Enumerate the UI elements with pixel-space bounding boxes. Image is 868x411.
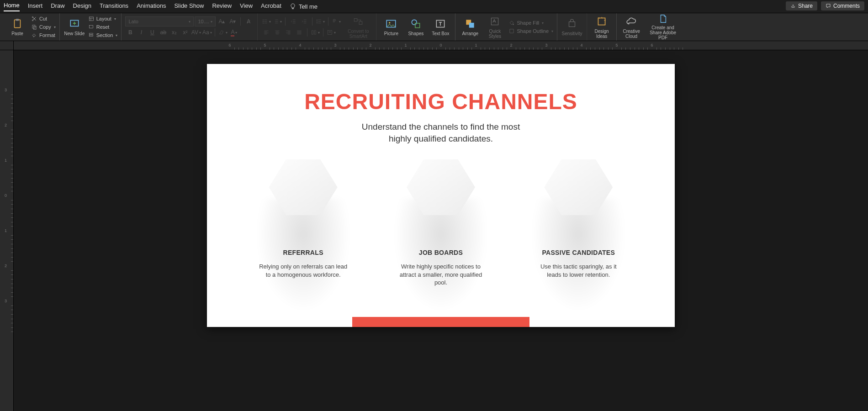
new-slide-button[interactable]: New Slide	[64, 14, 85, 40]
creative-cloud-button[interactable]: Creative Cloud	[620, 14, 642, 40]
svg-rect-14	[312, 31, 314, 34]
share-button[interactable]: Share	[786, 1, 817, 11]
hex-col-1[interactable]: REFERRALS Relying only on referrals can …	[244, 158, 363, 287]
group-paragraph: ▾ ▾ ▾ ▾ ▾ ▾ Conve	[258, 13, 376, 41]
tab-design[interactable]: Design	[73, 2, 91, 11]
design-ideas-button[interactable]: Design Ideas	[591, 14, 613, 40]
sensitivity-button[interactable]: Sensitivity	[561, 14, 583, 40]
hex-row: REFERRALS Relying only on referrals can …	[207, 158, 675, 287]
slide[interactable]: RECRUITING CHANNELS Understand the chann…	[207, 64, 675, 327]
increase-font-button[interactable]: A▴	[217, 16, 227, 26]
tab-home[interactable]: Home	[4, 2, 20, 11]
bold-icon: B	[128, 29, 132, 36]
align-left-button[interactable]	[261, 27, 271, 37]
tab-insert[interactable]: Insert	[28, 2, 43, 11]
new-slide-label: New Slide	[64, 31, 85, 36]
italic-button[interactable]: I	[136, 27, 146, 37]
create-pdf-label: Create and Share Adobe PDF	[645, 25, 681, 40]
tab-acrobat[interactable]: Acrobat	[261, 2, 281, 11]
reset-button[interactable]: Reset	[88, 24, 118, 30]
tell-me-search[interactable]: Tell me	[290, 3, 318, 10]
convert-smartart-button[interactable]: Convert to SmartArt	[344, 14, 372, 40]
shapes-button[interactable]: Shapes	[405, 14, 427, 40]
group-font: Lato▾ 10....▾ A▴ A▾ A̷ B I U ab x₂ x² AV…	[122, 13, 258, 41]
underline-button[interactable]: U	[147, 27, 157, 37]
svg-point-18	[389, 22, 391, 23]
strikethrough-button[interactable]: ab	[158, 27, 168, 37]
shapes-label: Shapes	[408, 31, 423, 36]
create-pdf-button[interactable]: Create and Share Adobe PDF	[645, 14, 681, 40]
strike-icon: ab	[160, 29, 166, 36]
align-text-button[interactable]: ▾	[326, 27, 336, 37]
share-icon	[790, 3, 796, 9]
text-direction-button[interactable]: ▾	[331, 16, 341, 26]
indent-icon	[301, 18, 307, 25]
picture-icon	[385, 18, 397, 30]
cut-button[interactable]: Cut	[31, 16, 56, 22]
svg-rect-8	[89, 26, 93, 28]
format-label: Format	[39, 32, 55, 38]
tab-slideshow[interactable]: Slide Show	[174, 2, 204, 11]
char-spacing-button[interactable]: AV▾	[191, 27, 201, 37]
picture-button[interactable]: Picture	[380, 14, 402, 40]
svg-rect-15	[315, 31, 317, 34]
tab-view[interactable]: View	[240, 2, 253, 11]
indent-decrease-button[interactable]	[288, 16, 298, 26]
svg-rect-7	[89, 17, 93, 21]
bold-button[interactable]: B	[125, 27, 135, 37]
indent-increase-button[interactable]	[299, 16, 309, 26]
arrange-button[interactable]: Arrange	[459, 14, 481, 40]
font-color-button[interactable]: A▾	[229, 27, 239, 37]
tab-draw[interactable]: Draw	[51, 2, 64, 11]
quick-styles-icon	[489, 16, 501, 27]
font-name-select[interactable]: Lato▾	[125, 16, 194, 26]
textbox-button[interactable]: Text Box	[429, 14, 451, 40]
tab-transitions[interactable]: Transitions	[100, 2, 128, 11]
align-right-button[interactable]	[283, 27, 293, 37]
shape-outline-button[interactable]: Shape Outline▾	[508, 28, 553, 34]
layout-button[interactable]: Layout▾	[88, 16, 118, 22]
tab-animations[interactable]: Animations	[137, 2, 166, 11]
section-label: Section	[96, 32, 113, 38]
svg-rect-9	[89, 33, 93, 34]
reset-label: Reset	[96, 24, 110, 30]
section-button[interactable]: Section▾	[88, 32, 118, 38]
superscript-button[interactable]: x²	[180, 27, 190, 37]
slide-subtitle[interactable]: Understand the channels to find the most…	[207, 121, 675, 144]
comments-button[interactable]: Comments	[821, 1, 864, 11]
case-icon: Aa	[202, 29, 209, 36]
svg-point-12	[263, 21, 264, 22]
clear-format-button[interactable]: A̷	[243, 16, 254, 26]
numbering-icon	[273, 18, 279, 25]
decrease-font-button[interactable]: A▾	[228, 16, 238, 26]
slide-canvas[interactable]: RECRUITING CHANNELS Understand the chann…	[14, 50, 868, 411]
group-designer: Design Ideas	[587, 13, 617, 41]
lightbulb-icon	[290, 3, 296, 10]
group-insert: Picture Shapes Text Box	[376, 13, 455, 41]
bullets-button[interactable]: ▾	[261, 16, 271, 26]
col1-heading: REFERRALS	[283, 249, 323, 256]
font-size-select[interactable]: 10....▾	[195, 16, 216, 26]
paste-button[interactable]: Paste	[6, 14, 28, 40]
subscript-button[interactable]: x₂	[169, 27, 179, 37]
increase-font-icon: A▴	[218, 18, 225, 25]
numbering-button[interactable]: ▾	[272, 16, 282, 26]
hex-col-3[interactable]: PASSIVE CANDIDATES Use this tactic spari…	[519, 158, 638, 287]
justify-button[interactable]	[294, 27, 304, 37]
columns-button[interactable]: ▾	[310, 27, 320, 37]
copy-button[interactable]: Copy▾	[31, 24, 56, 30]
format-painter-button[interactable]: Format	[31, 32, 56, 38]
hex-col-2[interactable]: JOB BOARDS Write highly specific notices…	[381, 158, 500, 287]
tab-review[interactable]: Review	[212, 2, 232, 11]
copy-label: Copy	[39, 24, 51, 30]
quick-styles-button[interactable]: Quick Styles	[484, 14, 506, 40]
comments-label: Comments	[833, 3, 860, 9]
line-spacing-button[interactable]: ▾	[315, 16, 325, 26]
eraser-icon: A̷	[247, 18, 250, 25]
design-ideas-icon	[596, 16, 608, 27]
align-center-button[interactable]	[272, 27, 282, 37]
highlight-button[interactable]: ▾	[218, 27, 228, 37]
change-case-button[interactable]: Aa▾	[202, 27, 212, 37]
slide-title[interactable]: RECRUITING CHANNELS	[207, 89, 675, 114]
shape-fill-button[interactable]: Shape Fill▾	[508, 20, 553, 26]
